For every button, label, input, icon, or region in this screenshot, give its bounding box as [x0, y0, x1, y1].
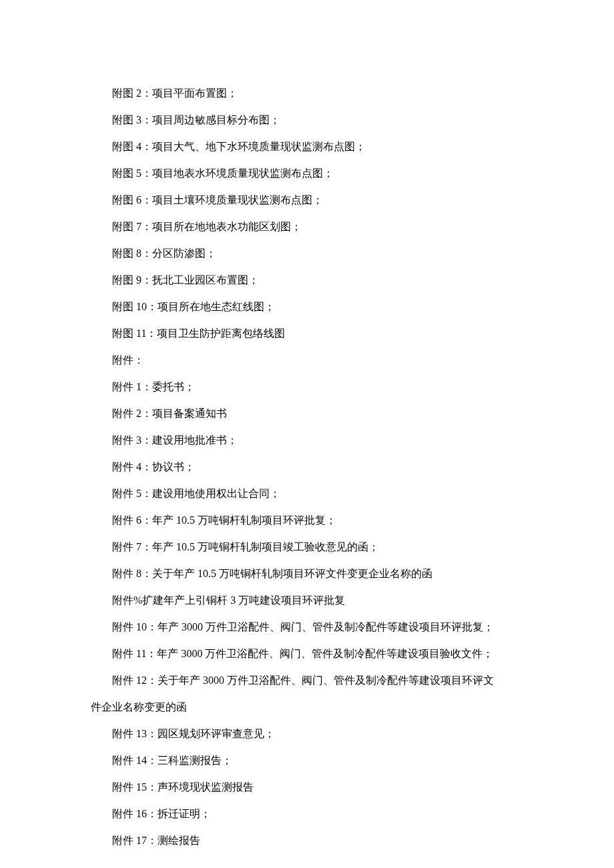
text-line: 件企业名称变更的函 — [91, 694, 523, 721]
text-line: 附图 11：项目卫生防护距离包络线图 — [91, 320, 523, 347]
text-line: 附图 7：项目所在地地表水功能区划图； — [91, 213, 523, 240]
text-line: 附件 16：拆迁证明； — [91, 801, 523, 827]
text-line: 附件 8：关于年产 10.5 万吨铜杆轧制项目环评文件变更企业名称的函 — [91, 560, 523, 587]
text-line: 附件 5：建设用地使用权出让合同； — [91, 480, 523, 507]
text-line: 附图 10：项目所在地生态红线图； — [91, 294, 523, 320]
text-line: 附图 8：分区防渗图； — [91, 240, 523, 267]
text-line: 附件 17：测绘报告 — [91, 827, 523, 854]
text-line: 附件 15：声环境现状监测报告 — [91, 774, 523, 801]
text-line: 附件 2：项目备案通知书 — [91, 400, 523, 427]
text-line: 附件 4：协议书； — [91, 454, 523, 480]
text-line: 附图 6：项目土壤环境质量现状监测布点图； — [91, 187, 523, 213]
text-line: 附件 14：三科监测报告； — [91, 747, 523, 774]
text-line: 附图 2：项目平面布置图； — [91, 80, 523, 107]
text-line: 附图 4：项目大气、地下水环境质量现状监测布点图； — [91, 133, 523, 160]
text-line: 附件 6：年产 10.5 万吨铜杆轧制项目环评批复； — [91, 507, 523, 534]
document-page: 附图 2：项目平面布置图； 附图 3：项目周边敏感目标分布图； 附图 4：项目大… — [0, 0, 614, 868]
text-line: 附件 12：关于年产 3000 万件卫浴配件、阀门、管件及制冷配件等建设项目环评… — [91, 667, 523, 694]
text-line: 附件 1：委托书； — [91, 374, 523, 400]
text-line: 附件： — [91, 347, 523, 374]
text-line: 附图 5：项目地表水环境质量现状监测布点图； — [91, 160, 523, 187]
text-line: 附图 9：抚北工业园区布置图； — [91, 267, 523, 294]
text-line: 附件%扩建年产上引铜杆 3 万吨建设项目环评批复 — [91, 587, 523, 614]
text-line: 附图 3：项目周边敏感目标分布图； — [91, 107, 523, 133]
text-line: 附件 7：年产 10.5 万吨铜杆轧制项目竣工验收意见的函； — [91, 534, 523, 560]
text-line: 附件 13：园区规划环评审查意见； — [91, 721, 523, 747]
text-line: 附件 10：年产 3000 万件卫浴配件、阀门、管件及制冷配件等建设项目环评批复… — [91, 614, 523, 640]
text-line: 附件 3：建设用地批准书； — [91, 427, 523, 454]
text-line: 附件 11：年产 3000 万件卫浴配件、阀门、管件及制冷配件等建设项目验收文件… — [91, 640, 523, 667]
